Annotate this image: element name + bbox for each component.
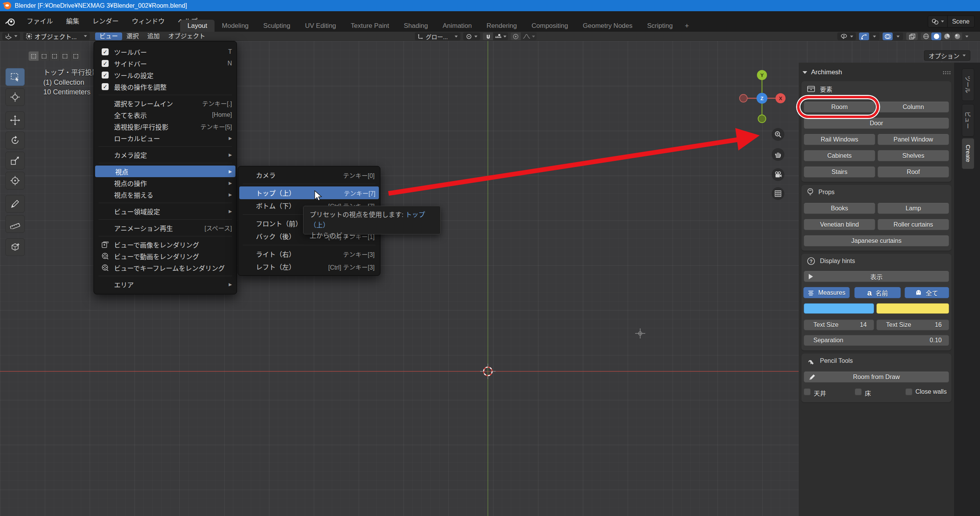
gizmos-toggle[interactable] — [859, 32, 869, 40]
submenu-item-camera[interactable]: カメラ テンキー[0] — [238, 169, 380, 181]
menu-render[interactable]: レンダー — [86, 16, 125, 27]
tool-rotate[interactable] — [5, 132, 25, 149]
tab-rendering[interactable]: Rendering — [479, 20, 524, 32]
navigation-gizmo[interactable]: Y X Z — [736, 69, 789, 126]
menu-item-adjust-last-operation[interactable]: ✓ 最後の操作を調整 — [94, 81, 237, 92]
menu-item-sidebar[interactable]: ✓ サイドバー N — [94, 58, 237, 69]
add-workspace-button[interactable]: + — [680, 20, 694, 32]
editor-type-dropdown[interactable] — [2, 32, 20, 40]
gizmo-y-negative[interactable] — [758, 115, 766, 123]
menu-item-navigation[interactable]: 視点の操作 ▶ — [94, 177, 237, 189]
measure-color-swatch[interactable] — [804, 303, 874, 314]
mode-dropdown[interactable]: オブジェクト... — [23, 32, 90, 40]
tool-move[interactable] — [5, 111, 25, 129]
tool-scale[interactable] — [5, 152, 25, 169]
gizmos-dropdown[interactable] — [869, 32, 879, 40]
camera-view-icon[interactable] — [772, 168, 784, 181]
menu-item-area[interactable]: エリア ▶ — [94, 279, 237, 290]
proportional-editing-toggle[interactable] — [511, 32, 521, 40]
menu-file[interactable]: ファイル — [20, 16, 60, 27]
selected-color-swatch[interactable] — [876, 303, 949, 314]
falloff-dropdown[interactable] — [521, 32, 537, 40]
menu-item-play-animation[interactable]: アニメーション再生 [スペース] — [94, 222, 237, 234]
roller-curtains-button[interactable]: Roller curtains — [878, 219, 949, 230]
menu-select[interactable]: 選択 — [122, 32, 143, 40]
tool-annotate[interactable] — [5, 195, 25, 213]
overlays-dropdown[interactable] — [893, 32, 903, 40]
snap-settings-dropdown[interactable] — [493, 32, 508, 40]
tab-texture-paint[interactable]: Texture Paint — [343, 20, 396, 32]
select-mode-subtract[interactable] — [49, 51, 60, 61]
tool-select-box[interactable] — [5, 68, 25, 86]
select-mode-intersect[interactable] — [70, 51, 81, 61]
pan-hand-icon[interactable] — [772, 148, 784, 161]
shading-wireframe-button[interactable] — [921, 32, 931, 40]
tab-compositing[interactable]: Compositing — [524, 20, 576, 32]
tab-scripting[interactable]: Scripting — [640, 20, 680, 32]
sidebar-tab-create[interactable]: Create — [962, 138, 974, 169]
door-button[interactable]: Door — [804, 118, 949, 129]
archimesh-panel-header[interactable]: Archimesh — [803, 67, 951, 78]
tab-shading[interactable]: Shading — [397, 20, 435, 32]
menu-edit[interactable]: 編集 — [60, 16, 86, 27]
ceiling-checkbox[interactable] — [804, 388, 811, 395]
menu-item-align-view[interactable]: 視点を揃える ▶ — [94, 189, 237, 200]
menu-item-camera-settings[interactable]: カメラ設定 ▶ — [94, 149, 237, 161]
column-button[interactable]: Column — [878, 101, 949, 113]
close-walls-checkbox[interactable] — [905, 388, 912, 395]
menu-item-frame-selected[interactable]: 選択をフレームイン テンキー[.] — [94, 97, 237, 109]
menu-item-toolbar[interactable]: ✓ ツールバー T — [94, 46, 237, 58]
menu-item-render-animation[interactable]: ビューで動画をレンダリング — [94, 250, 237, 262]
menu-item-render-keyframes[interactable]: ビューでキーフレームをレンダリング — [94, 262, 237, 273]
menu-add[interactable]: 追加 — [143, 32, 164, 40]
scene-selector[interactable]: Scene — [928, 15, 975, 27]
select-mode-new[interactable] — [29, 51, 39, 61]
empty-object-marker[interactable] — [635, 328, 646, 339]
separation-field[interactable]: Separation 0.10 — [804, 335, 949, 346]
gizmo-x-negative[interactable] — [740, 94, 747, 102]
select-mode-invert[interactable] — [60, 51, 70, 61]
text-size-field-1[interactable]: Text Size 14 — [804, 320, 874, 330]
all-toggle[interactable]: 全て — [905, 287, 949, 298]
tab-modeling[interactable]: Modeling — [215, 20, 256, 32]
sidebar-tab-tool[interactable]: ツール — [962, 68, 974, 101]
menu-item-render-image[interactable]: ビューで画像をレンダリング — [94, 239, 237, 250]
menu-object[interactable]: オブジェクト — [164, 32, 210, 40]
lamp-button[interactable]: Lamp — [878, 203, 949, 214]
tab-geometry-nodes[interactable]: Geometry Nodes — [576, 20, 640, 32]
tab-uv-editing[interactable]: UV Editing — [298, 20, 343, 32]
panel-window-button[interactable]: Panel Window — [878, 134, 949, 145]
menu-item-tool-settings[interactable]: ✓ ツールの設定 — [94, 69, 237, 81]
tab-layout[interactable]: Layout — [180, 20, 215, 32]
panel-grip-icon[interactable] — [943, 71, 951, 74]
text-size-field-2[interactable]: Text Size 16 — [876, 320, 949, 330]
overlays-toggle[interactable] — [883, 32, 893, 40]
xray-toggle[interactable] — [906, 32, 918, 40]
menu-item-frame-all[interactable]: 全てを表示 [Home] — [94, 109, 237, 121]
shading-rendered-button[interactable] — [952, 32, 962, 40]
rail-windows-button[interactable]: Rail Windows — [804, 134, 875, 145]
menu-item-local-view[interactable]: ローカルビュー ▶ — [94, 132, 237, 144]
cabinets-button[interactable]: Cabinets — [804, 150, 875, 161]
submenu-item-right[interactable]: ライト（右） テンキー[3] — [238, 248, 380, 260]
visibility-dropdown[interactable] — [837, 32, 856, 40]
tab-animation[interactable]: Animation — [435, 20, 479, 32]
shelves-button[interactable]: Shelves — [878, 150, 949, 161]
japanese-curtains-button[interactable]: Japanese curtains — [804, 235, 949, 246]
shading-solid-button[interactable] — [931, 32, 941, 40]
tool-transform[interactable] — [5, 172, 25, 190]
options-dropdown[interactable]: オプション — [924, 50, 970, 61]
menu-view[interactable]: ビュー — [95, 32, 122, 40]
tool-measure[interactable] — [5, 215, 25, 233]
select-mode-extend[interactable] — [39, 51, 49, 61]
shading-dropdown[interactable] — [965, 36, 968, 38]
zoom-icon[interactable] — [772, 128, 784, 141]
sidebar-tab-view[interactable]: ビュー — [962, 104, 974, 137]
tool-cursor[interactable] — [5, 88, 25, 106]
orientation-dropdown[interactable]: グロー... — [415, 32, 460, 40]
grid-ortho-icon[interactable] — [772, 187, 784, 200]
pivot-dropdown[interactable] — [463, 32, 480, 40]
tool-add-cube[interactable] — [5, 238, 25, 256]
snap-toggle[interactable] — [483, 32, 493, 40]
menu-window[interactable]: ウィンドウ — [125, 16, 171, 27]
